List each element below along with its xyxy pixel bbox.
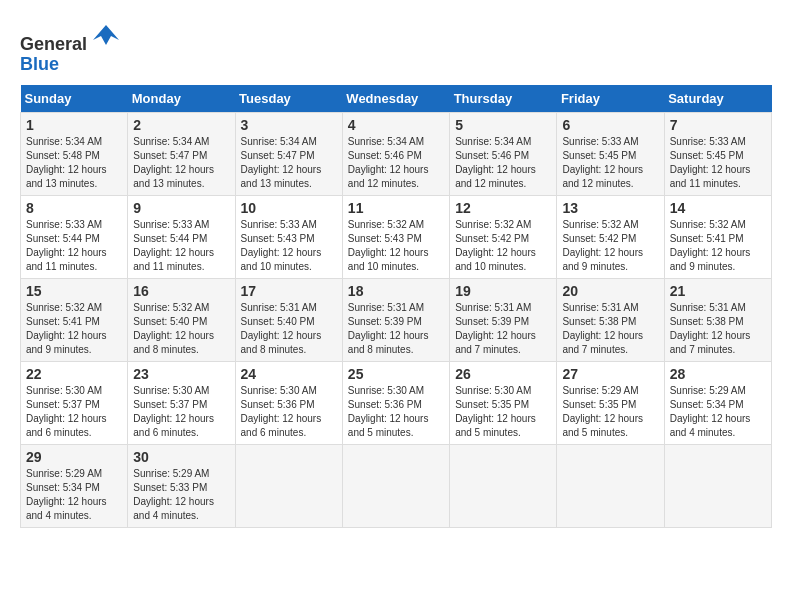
calendar-body: 1Sunrise: 5:34 AMSunset: 5:48 PMDaylight… (21, 112, 772, 527)
calendar-week-3: 15Sunrise: 5:32 AMSunset: 5:41 PMDayligh… (21, 278, 772, 361)
day-detail: Sunrise: 5:34 AMSunset: 5:48 PMDaylight:… (26, 135, 122, 191)
day-detail: Sunrise: 5:33 AMSunset: 5:44 PMDaylight:… (133, 218, 229, 274)
day-detail: Sunrise: 5:34 AMSunset: 5:46 PMDaylight:… (348, 135, 444, 191)
day-number: 9 (133, 200, 229, 216)
svg-marker-0 (93, 25, 119, 45)
day-number: 15 (26, 283, 122, 299)
day-detail: Sunrise: 5:33 AMSunset: 5:44 PMDaylight:… (26, 218, 122, 274)
day-number: 17 (241, 283, 337, 299)
header-cell-tuesday: Tuesday (235, 85, 342, 113)
header-cell-sunday: Sunday (21, 85, 128, 113)
day-detail: Sunrise: 5:31 AMSunset: 5:38 PMDaylight:… (670, 301, 766, 357)
calendar-week-2: 8Sunrise: 5:33 AMSunset: 5:44 PMDaylight… (21, 195, 772, 278)
calendar-day-20: 20Sunrise: 5:31 AMSunset: 5:38 PMDayligh… (557, 278, 664, 361)
day-number: 12 (455, 200, 551, 216)
day-number: 5 (455, 117, 551, 133)
day-detail: Sunrise: 5:30 AMSunset: 5:37 PMDaylight:… (133, 384, 229, 440)
calendar-day-4: 4Sunrise: 5:34 AMSunset: 5:46 PMDaylight… (342, 112, 449, 195)
day-number: 4 (348, 117, 444, 133)
day-number: 16 (133, 283, 229, 299)
empty-cell (557, 444, 664, 527)
day-detail: Sunrise: 5:32 AMSunset: 5:42 PMDaylight:… (455, 218, 551, 274)
day-detail: Sunrise: 5:34 AMSunset: 5:47 PMDaylight:… (241, 135, 337, 191)
day-number: 28 (670, 366, 766, 382)
calendar-day-8: 8Sunrise: 5:33 AMSunset: 5:44 PMDaylight… (21, 195, 128, 278)
day-detail: Sunrise: 5:32 AMSunset: 5:43 PMDaylight:… (348, 218, 444, 274)
day-number: 23 (133, 366, 229, 382)
empty-cell (664, 444, 771, 527)
day-detail: Sunrise: 5:31 AMSunset: 5:40 PMDaylight:… (241, 301, 337, 357)
day-detail: Sunrise: 5:30 AMSunset: 5:37 PMDaylight:… (26, 384, 122, 440)
logo-blue: Blue (20, 54, 59, 74)
day-detail: Sunrise: 5:29 AMSunset: 5:34 PMDaylight:… (670, 384, 766, 440)
day-number: 1 (26, 117, 122, 133)
calendar-week-1: 1Sunrise: 5:34 AMSunset: 5:48 PMDaylight… (21, 112, 772, 195)
day-number: 8 (26, 200, 122, 216)
day-detail: Sunrise: 5:31 AMSunset: 5:38 PMDaylight:… (562, 301, 658, 357)
day-detail: Sunrise: 5:29 AMSunset: 5:34 PMDaylight:… (26, 467, 122, 523)
day-detail: Sunrise: 5:29 AMSunset: 5:33 PMDaylight:… (133, 467, 229, 523)
page-header: General Blue (20, 20, 772, 75)
calendar-day-6: 6Sunrise: 5:33 AMSunset: 5:45 PMDaylight… (557, 112, 664, 195)
day-detail: Sunrise: 5:31 AMSunset: 5:39 PMDaylight:… (455, 301, 551, 357)
day-detail: Sunrise: 5:30 AMSunset: 5:35 PMDaylight:… (455, 384, 551, 440)
day-number: 13 (562, 200, 658, 216)
logo-general: General (20, 34, 87, 54)
calendar-day-5: 5Sunrise: 5:34 AMSunset: 5:46 PMDaylight… (450, 112, 557, 195)
day-detail: Sunrise: 5:30 AMSunset: 5:36 PMDaylight:… (348, 384, 444, 440)
day-number: 26 (455, 366, 551, 382)
calendar-day-27: 27Sunrise: 5:29 AMSunset: 5:35 PMDayligh… (557, 361, 664, 444)
day-number: 18 (348, 283, 444, 299)
day-detail: Sunrise: 5:34 AMSunset: 5:46 PMDaylight:… (455, 135, 551, 191)
day-detail: Sunrise: 5:29 AMSunset: 5:35 PMDaylight:… (562, 384, 658, 440)
calendar-day-21: 21Sunrise: 5:31 AMSunset: 5:38 PMDayligh… (664, 278, 771, 361)
calendar-day-25: 25Sunrise: 5:30 AMSunset: 5:36 PMDayligh… (342, 361, 449, 444)
day-detail: Sunrise: 5:33 AMSunset: 5:45 PMDaylight:… (562, 135, 658, 191)
day-number: 25 (348, 366, 444, 382)
calendar-day-3: 3Sunrise: 5:34 AMSunset: 5:47 PMDaylight… (235, 112, 342, 195)
day-number: 10 (241, 200, 337, 216)
calendar-day-17: 17Sunrise: 5:31 AMSunset: 5:40 PMDayligh… (235, 278, 342, 361)
day-number: 27 (562, 366, 658, 382)
calendar-day-10: 10Sunrise: 5:33 AMSunset: 5:43 PMDayligh… (235, 195, 342, 278)
day-number: 19 (455, 283, 551, 299)
calendar-day-13: 13Sunrise: 5:32 AMSunset: 5:42 PMDayligh… (557, 195, 664, 278)
header-cell-saturday: Saturday (664, 85, 771, 113)
day-detail: Sunrise: 5:32 AMSunset: 5:41 PMDaylight:… (26, 301, 122, 357)
day-detail: Sunrise: 5:32 AMSunset: 5:42 PMDaylight:… (562, 218, 658, 274)
calendar-day-29: 29Sunrise: 5:29 AMSunset: 5:34 PMDayligh… (21, 444, 128, 527)
day-number: 20 (562, 283, 658, 299)
calendar-day-7: 7Sunrise: 5:33 AMSunset: 5:45 PMDaylight… (664, 112, 771, 195)
day-detail: Sunrise: 5:30 AMSunset: 5:36 PMDaylight:… (241, 384, 337, 440)
calendar-header-row: SundayMondayTuesdayWednesdayThursdayFrid… (21, 85, 772, 113)
calendar-week-4: 22Sunrise: 5:30 AMSunset: 5:37 PMDayligh… (21, 361, 772, 444)
calendar-day-15: 15Sunrise: 5:32 AMSunset: 5:41 PMDayligh… (21, 278, 128, 361)
empty-cell (450, 444, 557, 527)
calendar-day-1: 1Sunrise: 5:34 AMSunset: 5:48 PMDaylight… (21, 112, 128, 195)
day-detail: Sunrise: 5:34 AMSunset: 5:47 PMDaylight:… (133, 135, 229, 191)
day-number: 6 (562, 117, 658, 133)
calendar-day-12: 12Sunrise: 5:32 AMSunset: 5:42 PMDayligh… (450, 195, 557, 278)
day-detail: Sunrise: 5:32 AMSunset: 5:41 PMDaylight:… (670, 218, 766, 274)
calendar-day-9: 9Sunrise: 5:33 AMSunset: 5:44 PMDaylight… (128, 195, 235, 278)
calendar-day-26: 26Sunrise: 5:30 AMSunset: 5:35 PMDayligh… (450, 361, 557, 444)
day-number: 24 (241, 366, 337, 382)
calendar-day-16: 16Sunrise: 5:32 AMSunset: 5:40 PMDayligh… (128, 278, 235, 361)
calendar-day-30: 30Sunrise: 5:29 AMSunset: 5:33 PMDayligh… (128, 444, 235, 527)
calendar-day-19: 19Sunrise: 5:31 AMSunset: 5:39 PMDayligh… (450, 278, 557, 361)
day-number: 2 (133, 117, 229, 133)
day-number: 3 (241, 117, 337, 133)
day-number: 7 (670, 117, 766, 133)
calendar-week-5: 29Sunrise: 5:29 AMSunset: 5:34 PMDayligh… (21, 444, 772, 527)
day-number: 22 (26, 366, 122, 382)
day-detail: Sunrise: 5:31 AMSunset: 5:39 PMDaylight:… (348, 301, 444, 357)
day-number: 29 (26, 449, 122, 465)
day-detail: Sunrise: 5:33 AMSunset: 5:45 PMDaylight:… (670, 135, 766, 191)
header-cell-wednesday: Wednesday (342, 85, 449, 113)
header-cell-monday: Monday (128, 85, 235, 113)
day-detail: Sunrise: 5:32 AMSunset: 5:40 PMDaylight:… (133, 301, 229, 357)
empty-cell (342, 444, 449, 527)
calendar-day-28: 28Sunrise: 5:29 AMSunset: 5:34 PMDayligh… (664, 361, 771, 444)
logo-bird-icon (91, 20, 121, 50)
calendar-day-2: 2Sunrise: 5:34 AMSunset: 5:47 PMDaylight… (128, 112, 235, 195)
